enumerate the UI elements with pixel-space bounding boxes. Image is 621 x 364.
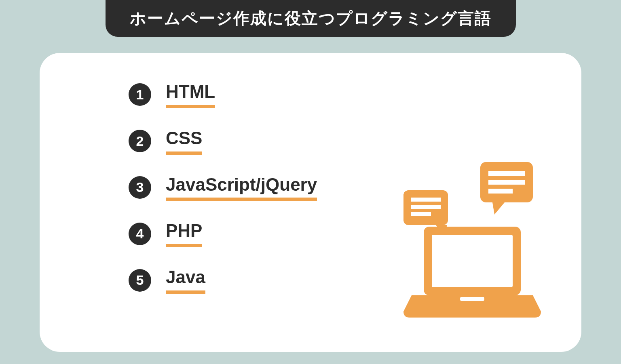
label-wrap: PHP [166,220,202,247]
number-badge: 1 [129,83,151,106]
svg-rect-4 [488,189,513,194]
content-card: 1 HTML 2 CSS 3 JavaScript/jQuery 4 PHP [40,53,581,352]
svg-marker-1 [492,202,505,215]
language-label: HTML [166,81,215,103]
accent-underline [166,244,202,247]
laptop-chat-illustration [379,158,541,320]
svg-rect-11 [432,235,513,287]
accent-underline [166,290,205,294]
label-wrap: CSS [166,128,202,155]
number-badge: 5 [129,269,151,292]
label-wrap: JavaScript/jQuery [166,174,317,201]
number-badge: 4 [129,223,151,245]
svg-rect-2 [488,171,525,176]
list-item: 1 HTML [129,81,549,108]
number-badge: 3 [129,176,151,199]
language-label: JavaScript/jQuery [166,174,317,196]
accent-underline [166,198,317,201]
svg-rect-8 [411,205,441,209]
language-label: CSS [166,128,202,149]
number-badge: 2 [129,130,151,152]
laptop-chat-icon [379,158,541,320]
list-item: 2 CSS [129,128,549,155]
language-label: PHP [166,220,202,242]
page-title: ホームページ作成に役立つプログラミング言語 [130,9,492,27]
accent-underline [166,151,202,155]
label-wrap: HTML [166,81,215,108]
label-wrap: Java [166,267,205,294]
page-title-banner: ホームページ作成に役立つプログラミング言語 [106,0,516,37]
accent-underline [166,105,215,108]
svg-rect-3 [488,180,525,185]
svg-rect-7 [411,198,441,202]
svg-rect-9 [411,212,431,216]
language-label: Java [166,267,205,288]
svg-rect-12 [460,297,484,301]
